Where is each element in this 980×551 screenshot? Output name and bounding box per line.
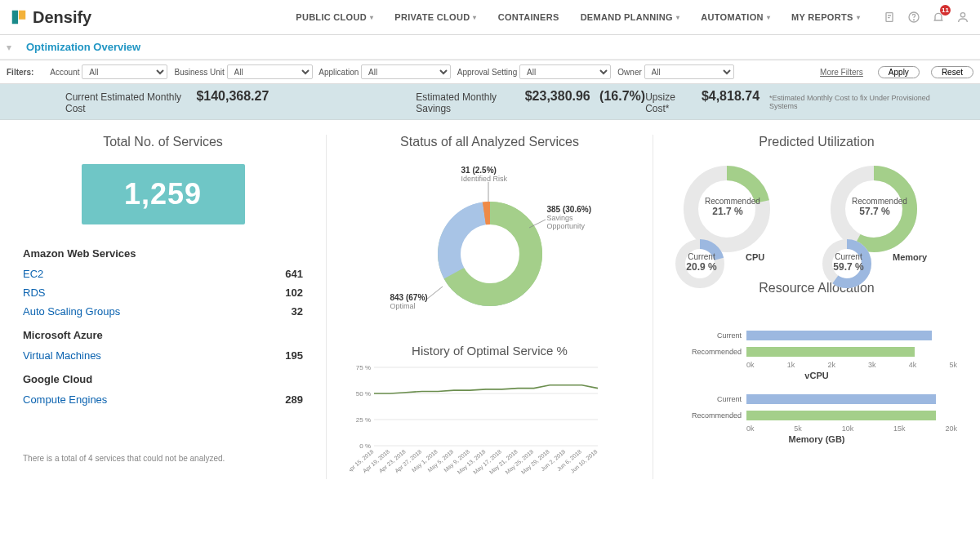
service-row: EC2641 [23, 264, 303, 283]
service-count: 195 [285, 349, 303, 362]
notification-badge: 11 [940, 5, 951, 16]
alloc-axis-label: Memory (GB) [676, 434, 957, 444]
reset-button[interactable]: Reset [931, 66, 973, 78]
service-link[interactable]: RDS [23, 287, 45, 299]
service-row: Auto Scaling Groups32 [23, 302, 303, 321]
svg-text:50 %: 50 % [356, 390, 371, 398]
filter-select-business-unit[interactable]: All [227, 64, 313, 79]
densify-icon [10, 8, 28, 26]
apply-button[interactable]: Apply [878, 66, 920, 78]
filter-select-application[interactable]: All [361, 64, 451, 79]
donut-label-risk: 31 (2.5%)Identified Risk [461, 166, 508, 183]
filter-select-owner[interactable]: All [644, 64, 734, 79]
service-link[interactable]: Virtual Machines [23, 349, 101, 362]
services-panel: Total No. of Services 1,259 Amazon Web S… [0, 135, 327, 479]
chevron-down-icon: ▾ [767, 14, 770, 21]
summary-savings: Estimated Monthly Savings $23,380.96 (16… [416, 89, 645, 114]
service-row: RDS102 [23, 283, 303, 302]
service-link[interactable]: Compute Engines [23, 393, 107, 406]
alloc-axis: 0k5k10k15k20k [746, 424, 957, 433]
chevron-down-icon: ▾ [473, 14, 476, 21]
service-link[interactable]: EC2 [23, 268, 43, 280]
nav-item-containers[interactable]: CONTAINERS [498, 12, 559, 22]
summary-upsize-label: Upsize Cost* [645, 91, 698, 114]
filters-heading: Filters: [7, 68, 33, 77]
nav-item-automation[interactable]: AUTOMATION▾ [701, 12, 770, 22]
filter-label: Approval Setting [457, 68, 517, 77]
user-icon[interactable] [956, 10, 970, 24]
alloc-axis-label: vCPU [676, 371, 957, 380]
svg-point-2 [914, 20, 915, 20]
allocation-charts: CurrentRecommended0k1k2k3k4k5kvCPUCurren… [676, 328, 957, 444]
svg-point-3 [960, 13, 964, 17]
svg-text:25 %: 25 % [356, 416, 371, 424]
alloc-block: CurrentRecommended0k1k2k3k4k5kvCPU [676, 328, 957, 380]
summary-upsize: Upsize Cost* $4,818.74 *Estimated Monthl… [645, 89, 947, 114]
service-group-heading: Google Cloud [23, 373, 303, 385]
total-services-card: 1,259 [82, 164, 245, 224]
nav-item-private-cloud[interactable]: PRIVATE CLOUD▾ [394, 12, 476, 22]
summary-savings-pct: (16.7%) [599, 89, 645, 104]
utilization-title: Predicted Utilization [676, 135, 957, 149]
services-footnote: There is a total of 4 services that coul… [23, 454, 303, 463]
chevron-down-icon: ▾ [370, 14, 373, 21]
summary-savings-value: $23,380.96 [525, 89, 590, 104]
filter-select-account[interactable]: All [82, 64, 167, 79]
status-panel: Status of all Analyzed Services [327, 135, 653, 479]
service-row: Virtual Machines195 [23, 346, 303, 365]
bell-icon[interactable]: 11 [931, 10, 946, 24]
summary-strip: Current Estimated Monthly Cost $140,368.… [0, 84, 980, 120]
services-title: Total No. of Services [23, 135, 303, 149]
svg-text:0 %: 0 % [359, 442, 371, 450]
service-count: 32 [292, 305, 303, 318]
alloc-bar-current: Current [676, 392, 957, 407]
filter-label: Owner [617, 68, 641, 77]
filter-select-approval-setting[interactable]: All [519, 64, 611, 79]
help-icon[interactable] [906, 10, 921, 24]
alloc-block: CurrentRecommended0k5k10k15k20kMemory (G… [676, 392, 957, 444]
donut-label-optimal: 843 (67%)Optimal [390, 293, 428, 310]
chevron-down-icon: ▾ [676, 14, 679, 21]
summary-cost-label: Current Estimated Monthly Cost [65, 91, 193, 114]
summary-cost: Current Estimated Monthly Cost $140,368.… [65, 89, 269, 114]
funnel-icon[interactable]: ▾ [7, 42, 11, 53]
history-line-chart: Apr 15, 2018Apr 19, 2018Apr 23, 2018Apr … [350, 362, 603, 477]
clipboard-icon[interactable] [882, 10, 897, 24]
summary-upsize-value: $4,818.74 [702, 89, 760, 104]
header-actions: 11 [882, 10, 970, 24]
nav-item-my-reports[interactable]: MY REPORTS▾ [791, 12, 860, 22]
main-nav: PUBLIC CLOUD▾PRIVATE CLOUD▾CONTAINERSDEM… [296, 12, 860, 22]
filter-label: Account [50, 68, 79, 77]
utilization-panel: Predicted Utilization Recommended21.7 %C… [653, 135, 980, 479]
status-title: Status of all Analyzed Services [350, 135, 630, 149]
filter-bar: Filters: Account All Business Unit All A… [0, 60, 980, 84]
brand-logo[interactable]: Densify [10, 8, 91, 27]
titlebar: ▾ Optimization Overview [0, 35, 980, 60]
service-count: 102 [285, 287, 303, 299]
service-group-heading: Microsoft Azure [23, 329, 303, 341]
gauges: Recommended21.7 %Current20.9 %CPURecomme… [676, 164, 957, 256]
alloc-bar-recommended: Recommended [676, 344, 957, 359]
nav-item-public-cloud[interactable]: PUBLIC CLOUD▾ [296, 12, 373, 22]
donut-label-savings: 385 (30.6%)Savings Opportunity [547, 205, 596, 230]
nav-item-demand-planning[interactable]: DEMAND PLANNING▾ [581, 12, 680, 22]
filter-label: Business Unit [175, 68, 225, 77]
summary-upsize-note: *Estimated Monthly Cost to fix Under Pro… [769, 94, 947, 110]
service-count: 289 [285, 393, 303, 406]
main-content: Total No. of Services 1,259 Amazon Web S… [0, 120, 980, 494]
page-title: Optimization Overview [26, 41, 140, 53]
brand-name: Densify [33, 8, 91, 27]
gauge-memory: Recommended57.7 %Current59.7 %Memory [829, 164, 951, 256]
filter-label: Application [318, 68, 359, 77]
svg-line-10 [426, 287, 443, 300]
service-link[interactable]: Auto Scaling Groups [23, 305, 120, 318]
status-donut-chart: 31 (2.5%)Identified Risk 385 (30.6%)Savi… [384, 164, 596, 327]
alloc-axis: 0k1k2k3k4k5k [746, 361, 957, 369]
topbar: Densify PUBLIC CLOUD▾PRIVATE CLOUD▾CONTA… [0, 0, 980, 35]
more-filters-link[interactable]: More Filters [820, 68, 863, 77]
history-title: History of Optimal Service % [350, 344, 630, 358]
summary-cost-value: $140,368.27 [196, 89, 269, 104]
svg-text:75 %: 75 % [356, 364, 371, 371]
summary-savings-label: Estimated Monthly Savings [416, 91, 521, 114]
service-row: Compute Engines289 [23, 390, 303, 409]
